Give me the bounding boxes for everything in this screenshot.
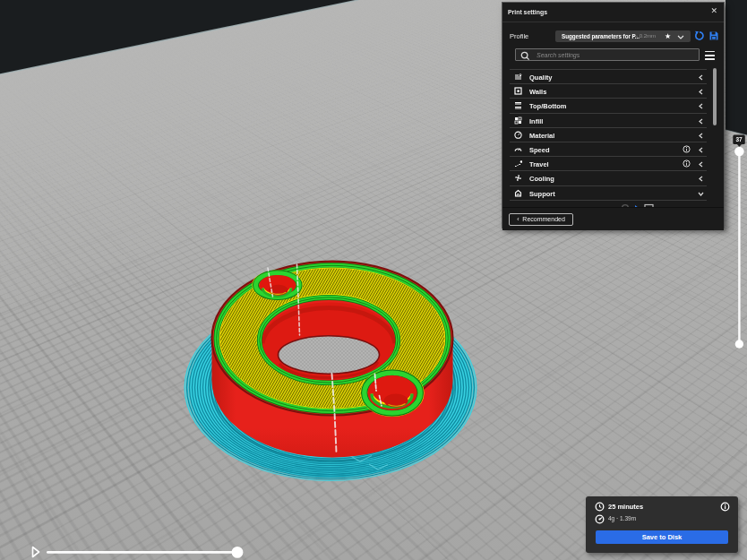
svg-text:37: 37: [735, 136, 743, 142]
